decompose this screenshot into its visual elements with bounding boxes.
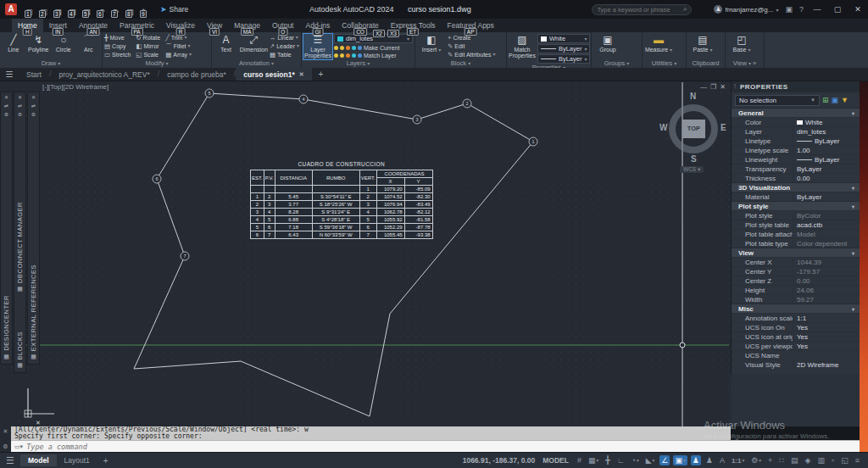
palette-close-icon[interactable]: ✕ xyxy=(18,94,22,100)
polar-tracking-icon[interactable]: ◔▾ xyxy=(629,455,640,465)
panel-label-annotation[interactable]: Annotation ▾ xyxy=(212,59,301,68)
wcs-dropdown[interactable]: WCS ▾ xyxy=(680,166,704,173)
object-color-dropdown[interactable]: White▾ xyxy=(537,34,591,43)
file-tab-campo-de-prueba[interactable]: campo de prueba* xyxy=(159,68,233,81)
plot-status-icon[interactable]: ▤ xyxy=(789,455,800,465)
palette-strip-designcenter[interactable]: ✕⇄⚙DESIGNCENTER▦ xyxy=(0,92,13,365)
measure-button[interactable]: ▬ Measure ▾ xyxy=(644,34,673,59)
property-row-lineweight[interactable]: LineweightByLayer xyxy=(732,154,860,164)
property-row-thickness[interactable]: Thickness0.00 xyxy=(732,173,860,182)
edit-attributes-button[interactable]: ✎Edit Attributes▾ xyxy=(448,51,496,58)
annotation-visibility-icon[interactable]: ♟ xyxy=(691,455,701,465)
tab-parametric[interactable]: ParametricPA xyxy=(114,19,160,32)
arc-button[interactable]: ⌒Arc xyxy=(77,34,101,59)
layout-tab-layout1[interactable]: Layout1 xyxy=(57,454,97,466)
table-button[interactable]: ▦Table xyxy=(270,51,299,58)
share-button[interactable]: ➤ Share xyxy=(160,5,188,14)
tab-manage[interactable]: ManageMA xyxy=(228,19,266,32)
property-row-ucs-name[interactable]: UCS Name xyxy=(732,350,860,359)
object-snap-icon[interactable]: ▣▾ xyxy=(673,455,687,465)
snap-mode-icon[interactable]: ▦▾ xyxy=(587,455,600,465)
tab-home[interactable]: HomeH xyxy=(12,19,43,32)
section-header-general[interactable]: General▾ xyxy=(732,108,860,117)
stretch-button[interactable]: ▭Stretch xyxy=(104,51,131,58)
panel-label-draw[interactable]: Draw ▾ xyxy=(0,59,102,68)
selection-dropdown[interactable]: No selection▼ xyxy=(735,95,820,106)
leader-button[interactable]: ↗Leader▾ xyxy=(270,42,299,50)
property-row-color[interactable]: ColorWhite xyxy=(732,117,860,126)
qat-undo-icon[interactable]: ↶6 xyxy=(95,3,108,16)
help-search-box[interactable]: ⌕ xyxy=(592,4,692,15)
new-layout-button[interactable]: + xyxy=(97,456,114,465)
palette-close-icon[interactable]: ✕ xyxy=(4,94,8,100)
quick-properties-icon[interactable]: ▥ xyxy=(816,455,827,465)
section-header-plot-style[interactable]: Plot style▾ xyxy=(732,201,860,210)
property-row-width[interactable]: Width59.27 xyxy=(732,294,860,304)
units-icon[interactable]: ∷ xyxy=(777,455,786,465)
layer-state-icon[interactable] xyxy=(346,46,350,50)
copy-button[interactable]: ▤Copy xyxy=(104,42,131,50)
panel-label-groups[interactable]: Groups ▾ xyxy=(592,59,642,68)
property-row-plot-style[interactable]: Plot styleByColor xyxy=(732,210,860,220)
file-tabs-menu-icon[interactable]: ☰ xyxy=(0,68,19,81)
property-row-layer[interactable]: Layerdim_lotes xyxy=(732,126,860,136)
array-button[interactable]: ▦Array▾ xyxy=(165,51,192,58)
toggle-pickadd-icon[interactable]: ⊞ xyxy=(822,95,829,105)
customization-icon[interactable]: ≡ xyxy=(854,455,861,465)
palette-settings-icon[interactable]: ⚙ xyxy=(4,111,8,117)
base-button[interactable]: ◰ Base ▾ xyxy=(727,34,756,59)
autoscale-icon[interactable]: ♟ xyxy=(704,455,715,465)
property-row-height[interactable]: Height24.06 xyxy=(732,285,860,294)
linetype-dropdown[interactable]: ByLayer▾ xyxy=(537,54,591,64)
command-input[interactable] xyxy=(26,443,856,451)
qat-new-file-icon[interactable]: ▢1 xyxy=(23,3,36,16)
qat-open-file-icon[interactable]: ◱2 xyxy=(37,3,50,16)
qat-workspace-icon[interactable]: ✎9 xyxy=(138,3,151,16)
property-row-center-z[interactable]: Center Z0.00 xyxy=(732,276,860,285)
fillet-button[interactable]: ⌒Fillet▾ xyxy=(165,42,192,50)
compass-top-button[interactable]: TOP xyxy=(682,120,705,138)
panel-label-modify[interactable]: Modify ▾ xyxy=(103,59,211,68)
property-row-center-x[interactable]: Center X1044.39 xyxy=(732,257,860,266)
panel-label-layers[interactable]: Layers ▾ xyxy=(302,59,415,68)
qat-sheet-set-icon[interactable]: ▥8 xyxy=(124,3,136,16)
property-row-linetype-scale[interactable]: Linetype scale1.00 xyxy=(732,145,860,154)
dynamic-input-icon[interactable]: ╋ xyxy=(604,455,611,465)
layer-state-icon[interactable] xyxy=(358,46,362,50)
minimize-button[interactable]: — xyxy=(810,5,824,14)
layer-state-icon[interactable] xyxy=(334,53,338,58)
account-menu[interactable]: ♟ fmanjarrez@g... ▾ xyxy=(714,5,778,14)
layer-state-icon[interactable] xyxy=(352,46,356,50)
lock-ui-icon[interactable]: ▫ xyxy=(830,455,836,465)
palette-autohide-icon[interactable]: ⇄ xyxy=(4,103,8,109)
polyline-button[interactable]: ↯Polyline xyxy=(27,34,51,59)
isodraft-icon[interactable]: ◣▾ xyxy=(644,455,657,465)
command-tools-icon[interactable]: ⚙ xyxy=(3,443,8,450)
make-current-button[interactable]: Make Current xyxy=(334,44,413,52)
dimension-button[interactable]: ⤢ Dimension xyxy=(240,34,268,59)
restore-button[interactable]: ▢ xyxy=(831,5,844,14)
group-button[interactable]: ▣ Group xyxy=(593,34,622,59)
compass-west[interactable]: W xyxy=(659,123,667,132)
search-input[interactable] xyxy=(597,6,683,14)
qat-save-icon[interactable]: ▦3 xyxy=(52,3,64,16)
panel-label-clipboard[interactable]: Clipboard xyxy=(687,59,725,68)
properties-header[interactable]: ⁞ PROPERTIES xyxy=(732,81,860,92)
edit-button[interactable]: ✎Edit xyxy=(448,42,496,50)
model-space-button[interactable]: MODEL xyxy=(542,456,569,465)
layout-menu-icon[interactable]: ☰ xyxy=(0,455,20,466)
property-row-annotation-scale[interactable]: Annotation scale1:1 xyxy=(732,313,860,322)
property-row-ucs-icon-at-origin[interactable]: UCS icon at originYes xyxy=(732,332,860,341)
help-icon[interactable]: ? xyxy=(799,5,804,14)
paste-button[interactable]: ▤ Paste ▾ xyxy=(688,34,717,59)
app-menu-button[interactable]: A xyxy=(5,3,17,15)
tab-insert[interactable]: InsertIN xyxy=(43,19,73,32)
layer-state-icon[interactable] xyxy=(340,53,344,58)
tab-annotate[interactable]: AnnotateAN xyxy=(73,19,114,32)
match-layer-button[interactable]: Match Layer xyxy=(334,52,413,59)
palette-autohide-icon[interactable]: ⇄ xyxy=(31,103,36,109)
palette-autohide-icon[interactable]: ⇄ xyxy=(18,103,22,109)
property-row-visual-style[interactable]: Visual Style2D Wireframe xyxy=(732,359,860,369)
property-row-plot-table-type[interactable]: Plot table typeColor dependent xyxy=(732,238,860,248)
property-row-ucs-icon-on[interactable]: UCS icon OnYes xyxy=(732,322,860,332)
